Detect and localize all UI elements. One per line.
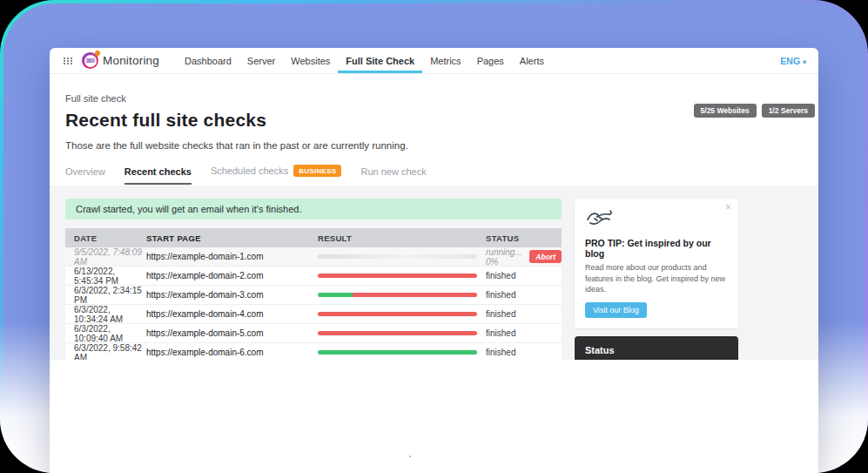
status-text: finished [486, 290, 515, 300]
progress-bar [318, 293, 477, 297]
page-description: Those are the full website checks that r… [65, 140, 803, 151]
tab-scheduled-checks[interactable]: Scheduled checks BUSINESS [211, 165, 342, 185]
progress-bar [318, 254, 477, 259]
tab-scheduled-label: Scheduled checks [211, 166, 288, 176]
page-header: 5/25 Websites 1/2 Servers Full site chec… [50, 74, 818, 185]
status-text: finished [486, 271, 515, 280]
logo-text: 360 [84, 55, 97, 67]
check-url: https://example-domain-3.com [146, 290, 318, 300]
check-date: 6/13/2022, 5:45:34 PM [65, 267, 146, 286]
check-url: https://example-domain-6.com [146, 348, 318, 357]
tab-bar: Overview Recent checks Scheduled checks … [65, 165, 803, 185]
status-panel-title: Status [585, 345, 728, 355]
brand-logo-icon[interactable]: 360 [82, 52, 98, 69]
check-result [318, 331, 486, 335]
check-url: https://example-domain-1.com [146, 252, 318, 261]
nav-item-dashboard[interactable]: Dashboard [177, 48, 239, 73]
main-nav-menu: Dashboard Server Websites Full Site Chec… [177, 48, 552, 73]
websites-usage-badge[interactable]: 5/25 Websites [694, 104, 757, 118]
success-banner: Crawl started, you will get an email whe… [65, 199, 562, 220]
table-row[interactable]: 9/5/2022, 7:48:09 AM https://example-dom… [65, 247, 562, 267]
progress-bar [318, 350, 477, 355]
dissolve-speckles [409, 456, 411, 457]
abort-button[interactable]: Abort [529, 250, 562, 263]
status-text: finished [486, 309, 515, 319]
check-url: https://example-domain-4.com [146, 309, 318, 319]
check-status: finished [486, 328, 562, 338]
nav-item-metrics[interactable]: Metrics [422, 48, 468, 73]
breadcrumb: Full site check [65, 74, 803, 104]
table-row[interactable]: 6/13/2022, 5:45:34 PM https://example-do… [65, 267, 562, 286]
check-result [318, 312, 486, 316]
progress-bar [318, 312, 477, 316]
table-row[interactable]: 6/3/2022, 10:34:24 AM https://example-do… [65, 305, 562, 324]
col-header-status: STATUS [486, 233, 562, 243]
protip-title: PRO TIP: Get inspired by our blog [585, 238, 728, 259]
tab-recent-checks[interactable]: Recent checks [124, 166, 192, 185]
page-title: Recent full site checks [65, 110, 803, 131]
servers-usage-badge[interactable]: 1/2 Servers [762, 104, 815, 118]
nav-item-pages[interactable]: Pages [469, 48, 512, 73]
table-row[interactable]: 6/3/2022, 2:34:15 PM https://example-dom… [65, 286, 562, 305]
check-status: finished [486, 290, 562, 300]
check-result [318, 254, 486, 259]
handshake-icon [585, 207, 615, 228]
check-status: finished [486, 271, 562, 280]
table-row[interactable]: 6/3/2022, 9:58:42 AM https://example-dom… [65, 343, 562, 360]
check-date: 6/3/2022, 10:09:40 AM [65, 324, 146, 343]
protip-card: × PRO TIP: Get inspired by our blog Read… [575, 199, 738, 328]
check-status: finished [486, 348, 562, 357]
check-date: 6/3/2022, 2:34:15 PM [65, 286, 146, 305]
app-window: 360 Monitoring Dashboard Server Websites… [50, 48, 818, 473]
check-result [318, 293, 486, 297]
col-header-start-page: START PAGE [146, 233, 318, 243]
sidebar-column: × PRO TIP: Get inspired by our blog Read… [575, 199, 738, 347]
nav-item-alerts[interactable]: Alerts [512, 48, 552, 73]
status-panel: Status SERVERS 0 open alert(s) 0 servers… [575, 336, 738, 360]
progress-bar [318, 274, 477, 278]
check-date: 6/3/2022, 9:58:42 AM [65, 343, 146, 361]
protip-body: Read more about our products and feature… [585, 262, 728, 295]
col-header-date: DATE [65, 233, 146, 243]
progress-bar [318, 331, 477, 335]
nav-item-full-site-check[interactable]: Full Site Check [338, 48, 422, 73]
brand-name: Monitoring [103, 54, 159, 67]
table-row[interactable]: 6/3/2022, 10:09:40 AM https://example-do… [65, 324, 562, 343]
visit-blog-button[interactable]: Visit our Blog [585, 302, 647, 318]
usage-badges: 5/25 Websites 1/2 Servers [694, 104, 815, 118]
check-date: 6/3/2022, 10:34:24 AM [65, 305, 146, 324]
business-badge: BUSINESS [293, 165, 341, 177]
app-grid-icon[interactable] [64, 57, 73, 64]
checks-column: Crawl started, you will get an email whe… [65, 199, 562, 347]
status-text: finished [486, 348, 515, 357]
close-icon[interactable]: × [725, 201, 731, 213]
check-result [318, 350, 486, 355]
check-result [318, 274, 486, 278]
check-url: https://example-domain-2.com [146, 271, 318, 280]
check-status: finished [486, 309, 562, 319]
check-url: https://example-domain-5.com [146, 328, 318, 338]
top-nav: 360 Monitoring Dashboard Server Websites… [50, 48, 818, 74]
table-header: DATE START PAGE RESULT STATUS [65, 228, 562, 247]
nav-item-server[interactable]: Server [239, 48, 283, 73]
content-area: Crawl started, you will get an email whe… [50, 186, 818, 360]
tab-overview[interactable]: Overview [65, 166, 105, 185]
chevron-down-icon: ▾ [803, 58, 806, 66]
language-selector[interactable]: ENG ▾ [780, 56, 806, 66]
check-date: 9/5/2022, 7:48:09 AM [65, 247, 146, 267]
language-label: ENG [780, 56, 800, 66]
status-text: finished [486, 328, 515, 338]
status-text: running... 0% [486, 247, 524, 267]
nav-item-websites[interactable]: Websites [283, 48, 338, 73]
tab-run-new-check[interactable]: Run new check [360, 166, 426, 185]
check-status: running... 0% Abort [486, 247, 562, 267]
col-header-result: RESULT [318, 233, 486, 243]
